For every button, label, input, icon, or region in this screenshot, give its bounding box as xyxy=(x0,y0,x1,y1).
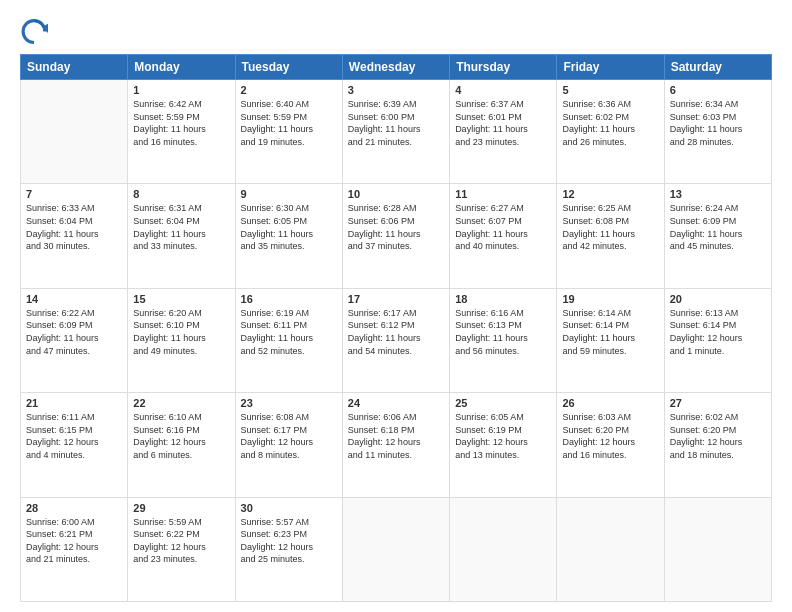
day-number: 10 xyxy=(348,188,444,200)
day-number: 15 xyxy=(133,293,229,305)
day-detail: Sunrise: 6:42 AM Sunset: 5:59 PM Dayligh… xyxy=(133,98,229,148)
calendar-cell: 15Sunrise: 6:20 AM Sunset: 6:10 PM Dayli… xyxy=(128,288,235,392)
day-number: 18 xyxy=(455,293,551,305)
weekday-monday: Monday xyxy=(128,55,235,80)
day-number: 21 xyxy=(26,397,122,409)
calendar-page: SundayMondayTuesdayWednesdayThursdayFrid… xyxy=(0,0,792,612)
calendar-cell: 23Sunrise: 6:08 AM Sunset: 6:17 PM Dayli… xyxy=(235,393,342,497)
day-number: 6 xyxy=(670,84,766,96)
day-detail: Sunrise: 6:10 AM Sunset: 6:16 PM Dayligh… xyxy=(133,411,229,461)
calendar-cell: 11Sunrise: 6:27 AM Sunset: 6:07 PM Dayli… xyxy=(450,184,557,288)
day-detail: Sunrise: 6:30 AM Sunset: 6:05 PM Dayligh… xyxy=(241,202,337,252)
calendar-cell xyxy=(664,497,771,601)
calendar-cell: 28Sunrise: 6:00 AM Sunset: 6:21 PM Dayli… xyxy=(21,497,128,601)
day-number: 2 xyxy=(241,84,337,96)
day-detail: Sunrise: 6:20 AM Sunset: 6:10 PM Dayligh… xyxy=(133,307,229,357)
calendar-cell: 20Sunrise: 6:13 AM Sunset: 6:14 PM Dayli… xyxy=(664,288,771,392)
day-number: 8 xyxy=(133,188,229,200)
calendar-cell: 22Sunrise: 6:10 AM Sunset: 6:16 PM Dayli… xyxy=(128,393,235,497)
day-number: 28 xyxy=(26,502,122,514)
day-detail: Sunrise: 6:03 AM Sunset: 6:20 PM Dayligh… xyxy=(562,411,658,461)
calendar-cell: 2Sunrise: 6:40 AM Sunset: 5:59 PM Daylig… xyxy=(235,80,342,184)
calendar-cell: 14Sunrise: 6:22 AM Sunset: 6:09 PM Dayli… xyxy=(21,288,128,392)
day-detail: Sunrise: 6:37 AM Sunset: 6:01 PM Dayligh… xyxy=(455,98,551,148)
weekday-sunday: Sunday xyxy=(21,55,128,80)
day-number: 17 xyxy=(348,293,444,305)
calendar-cell: 26Sunrise: 6:03 AM Sunset: 6:20 PM Dayli… xyxy=(557,393,664,497)
header xyxy=(20,16,772,44)
day-detail: Sunrise: 6:24 AM Sunset: 6:09 PM Dayligh… xyxy=(670,202,766,252)
day-number: 12 xyxy=(562,188,658,200)
calendar-cell: 18Sunrise: 6:16 AM Sunset: 6:13 PM Dayli… xyxy=(450,288,557,392)
weekday-tuesday: Tuesday xyxy=(235,55,342,80)
day-detail: Sunrise: 6:11 AM Sunset: 6:15 PM Dayligh… xyxy=(26,411,122,461)
day-detail: Sunrise: 6:00 AM Sunset: 6:21 PM Dayligh… xyxy=(26,516,122,566)
day-number: 4 xyxy=(455,84,551,96)
calendar-cell: 13Sunrise: 6:24 AM Sunset: 6:09 PM Dayli… xyxy=(664,184,771,288)
weekday-friday: Friday xyxy=(557,55,664,80)
calendar-cell: 8Sunrise: 6:31 AM Sunset: 6:04 PM Daylig… xyxy=(128,184,235,288)
day-number: 3 xyxy=(348,84,444,96)
day-detail: Sunrise: 6:36 AM Sunset: 6:02 PM Dayligh… xyxy=(562,98,658,148)
day-number: 27 xyxy=(670,397,766,409)
day-detail: Sunrise: 6:33 AM Sunset: 6:04 PM Dayligh… xyxy=(26,202,122,252)
calendar-cell: 17Sunrise: 6:17 AM Sunset: 6:12 PM Dayli… xyxy=(342,288,449,392)
calendar-cell: 4Sunrise: 6:37 AM Sunset: 6:01 PM Daylig… xyxy=(450,80,557,184)
day-number: 30 xyxy=(241,502,337,514)
day-number: 11 xyxy=(455,188,551,200)
calendar-cell: 16Sunrise: 6:19 AM Sunset: 6:11 PM Dayli… xyxy=(235,288,342,392)
weekday-saturday: Saturday xyxy=(664,55,771,80)
day-detail: Sunrise: 6:39 AM Sunset: 6:00 PM Dayligh… xyxy=(348,98,444,148)
calendar-cell: 12Sunrise: 6:25 AM Sunset: 6:08 PM Dayli… xyxy=(557,184,664,288)
calendar-cell: 27Sunrise: 6:02 AM Sunset: 6:20 PM Dayli… xyxy=(664,393,771,497)
day-number: 16 xyxy=(241,293,337,305)
calendar-cell: 7Sunrise: 6:33 AM Sunset: 6:04 PM Daylig… xyxy=(21,184,128,288)
day-number: 24 xyxy=(348,397,444,409)
calendar-cell: 21Sunrise: 6:11 AM Sunset: 6:15 PM Dayli… xyxy=(21,393,128,497)
calendar-cell: 30Sunrise: 5:57 AM Sunset: 6:23 PM Dayli… xyxy=(235,497,342,601)
day-detail: Sunrise: 6:31 AM Sunset: 6:04 PM Dayligh… xyxy=(133,202,229,252)
day-detail: Sunrise: 6:22 AM Sunset: 6:09 PM Dayligh… xyxy=(26,307,122,357)
day-number: 20 xyxy=(670,293,766,305)
day-detail: Sunrise: 6:25 AM Sunset: 6:08 PM Dayligh… xyxy=(562,202,658,252)
day-detail: Sunrise: 6:08 AM Sunset: 6:17 PM Dayligh… xyxy=(241,411,337,461)
day-number: 26 xyxy=(562,397,658,409)
logo-icon xyxy=(20,16,48,44)
day-detail: Sunrise: 6:27 AM Sunset: 6:07 PM Dayligh… xyxy=(455,202,551,252)
day-detail: Sunrise: 6:28 AM Sunset: 6:06 PM Dayligh… xyxy=(348,202,444,252)
day-detail: Sunrise: 6:13 AM Sunset: 6:14 PM Dayligh… xyxy=(670,307,766,357)
calendar-cell: 25Sunrise: 6:05 AM Sunset: 6:19 PM Dayli… xyxy=(450,393,557,497)
calendar-cell: 5Sunrise: 6:36 AM Sunset: 6:02 PM Daylig… xyxy=(557,80,664,184)
calendar-cell: 3Sunrise: 6:39 AM Sunset: 6:00 PM Daylig… xyxy=(342,80,449,184)
day-detail: Sunrise: 6:19 AM Sunset: 6:11 PM Dayligh… xyxy=(241,307,337,357)
weekday-wednesday: Wednesday xyxy=(342,55,449,80)
calendar-week-4: 28Sunrise: 6:00 AM Sunset: 6:21 PM Dayli… xyxy=(21,497,772,601)
calendar-cell: 24Sunrise: 6:06 AM Sunset: 6:18 PM Dayli… xyxy=(342,393,449,497)
day-number: 25 xyxy=(455,397,551,409)
day-number: 19 xyxy=(562,293,658,305)
day-number: 1 xyxy=(133,84,229,96)
calendar-week-2: 14Sunrise: 6:22 AM Sunset: 6:09 PM Dayli… xyxy=(21,288,772,392)
calendar-cell: 10Sunrise: 6:28 AM Sunset: 6:06 PM Dayli… xyxy=(342,184,449,288)
day-number: 9 xyxy=(241,188,337,200)
day-number: 29 xyxy=(133,502,229,514)
day-number: 22 xyxy=(133,397,229,409)
calendar-cell: 6Sunrise: 6:34 AM Sunset: 6:03 PM Daylig… xyxy=(664,80,771,184)
calendar-cell: 9Sunrise: 6:30 AM Sunset: 6:05 PM Daylig… xyxy=(235,184,342,288)
calendar-week-1: 7Sunrise: 6:33 AM Sunset: 6:04 PM Daylig… xyxy=(21,184,772,288)
day-number: 5 xyxy=(562,84,658,96)
day-detail: Sunrise: 6:17 AM Sunset: 6:12 PM Dayligh… xyxy=(348,307,444,357)
day-detail: Sunrise: 6:02 AM Sunset: 6:20 PM Dayligh… xyxy=(670,411,766,461)
day-detail: Sunrise: 6:40 AM Sunset: 5:59 PM Dayligh… xyxy=(241,98,337,148)
day-detail: Sunrise: 6:05 AM Sunset: 6:19 PM Dayligh… xyxy=(455,411,551,461)
weekday-header-row: SundayMondayTuesdayWednesdayThursdayFrid… xyxy=(21,55,772,80)
logo xyxy=(20,16,52,44)
day-number: 14 xyxy=(26,293,122,305)
weekday-thursday: Thursday xyxy=(450,55,557,80)
calendar-cell: 19Sunrise: 6:14 AM Sunset: 6:14 PM Dayli… xyxy=(557,288,664,392)
calendar-week-3: 21Sunrise: 6:11 AM Sunset: 6:15 PM Dayli… xyxy=(21,393,772,497)
day-detail: Sunrise: 6:34 AM Sunset: 6:03 PM Dayligh… xyxy=(670,98,766,148)
day-number: 13 xyxy=(670,188,766,200)
calendar-cell xyxy=(557,497,664,601)
calendar-cell: 29Sunrise: 5:59 AM Sunset: 6:22 PM Dayli… xyxy=(128,497,235,601)
